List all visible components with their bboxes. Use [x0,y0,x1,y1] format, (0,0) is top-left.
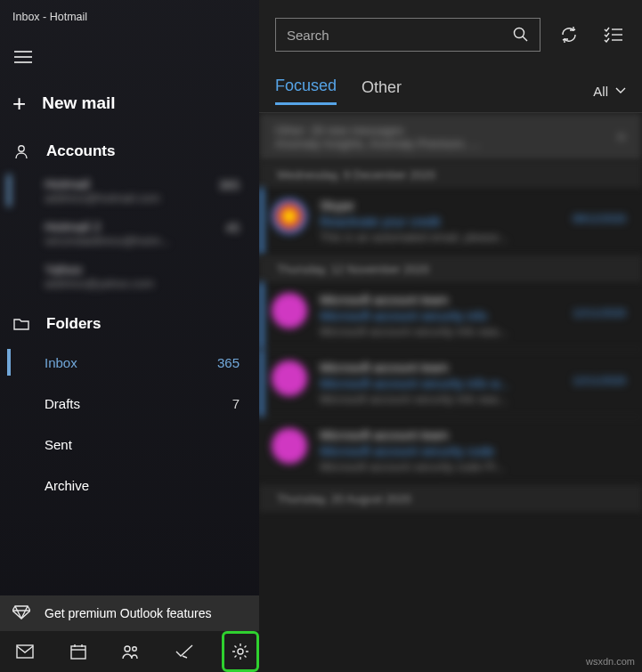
tab-focused[interactable]: Focused [275,77,337,105]
msg-sender: Skype [320,198,560,213]
accounts-header[interactable]: Accounts [0,132,259,169]
msg-preview: This is an automated email, please... [320,231,560,244]
todo-icon [175,644,193,659]
toolbar: Search [259,0,642,69]
folder-drafts[interactable]: Drafts 7 [0,383,259,424]
account-count: 365 [219,178,240,192]
msg-subject: Microsoft account security info [320,309,560,323]
message-item[interactable]: Microsoft account team Microsoft account… [259,282,642,350]
message-item[interactable]: Skype Reactivate your credit This is an … [259,188,642,255]
hamburger-button[interactable] [0,39,50,75]
avatar [272,198,307,234]
folders-header[interactable]: Folders [0,304,259,342]
message-item[interactable]: Microsoft account team Microsoft account… [259,350,642,417]
sync-icon [559,25,579,45]
window-title: Inbox - Hotmail [0,0,259,34]
search-placeholder: Search [287,28,513,43]
avatar [272,428,307,464]
new-mail-button[interactable]: + New mail [0,75,259,132]
svg-rect-4 [17,645,33,658]
msg-date: 09/12/2020 [573,213,626,225]
mail-icon [16,644,34,659]
msg-date: 12/11/2020 [573,375,626,387]
svg-point-10 [133,647,137,652]
sync-button[interactable] [557,22,581,47]
folder-sent[interactable]: Sent [0,424,259,465]
msg-preview: Microsoft account security info was... [320,393,560,406]
date-header: Thursday, 12 November 2020 [259,255,642,282]
select-icon [604,27,623,43]
folders-list: Inbox 365 Drafts 7 Sent Archive [0,342,259,506]
folder-archive[interactable]: Archive [0,465,259,506]
people-app-button[interactable] [116,634,148,669]
diamond-icon [12,605,30,622]
folder-icon [12,317,30,331]
account-item[interactable]: Hotmail address@hotmail.com 365 [0,169,259,212]
msg-preview: Microsoft account security code Pl... [320,460,614,474]
folder-count: 365 [217,355,240,370]
filter-label: All [593,84,608,99]
svg-line-13 [523,36,527,41]
search-icon [513,27,529,43]
close-icon[interactable]: × [616,128,626,147]
tab-other[interactable]: Other [362,78,402,104]
plus-icon: + [12,92,26,115]
banner-line1: Other: 28 new messages [275,124,480,137]
premium-label: Get premium Outlook features [45,606,212,620]
account-count: 45 [225,221,240,235]
todo-app-button[interactable] [168,634,200,669]
message-list[interactable]: Other: 28 new messages Anomaly Insights,… [259,113,642,672]
msg-date: 12/11/2020 [573,307,626,320]
folders-label: Folders [46,315,101,333]
filter-all-dropdown[interactable]: All [593,84,626,99]
msg-subject: Reactivate your credit [320,215,560,229]
account-email: secondaddress@hotm... [45,234,259,247]
account-item[interactable]: Hotmail 2 secondaddress@hotm... 45 [0,212,259,255]
other-banner[interactable]: Other: 28 new messages Anomaly Insights,… [259,113,642,161]
main-pane: Search Focused Other All [259,0,642,672]
watermark: wsxdn.com [586,656,635,667]
tabs: Focused Other All [259,69,642,113]
calendar-icon [70,644,86,660]
msg-sender: Microsoft account team [320,428,614,442]
premium-button[interactable]: Get premium Outlook features [0,595,259,631]
svg-point-9 [125,646,130,652]
account-item[interactable]: Yahoo address@yahoo.com [0,255,259,297]
svg-point-12 [515,28,524,38]
msg-preview: Microsoft account security info was... [320,325,560,338]
person-icon [12,143,30,159]
search-input[interactable]: Search [275,18,540,52]
avatar [272,293,307,328]
folder-count: 7 [232,396,240,411]
account-email: address@hotmail.com [45,191,259,205]
chevron-down-icon [615,87,626,94]
people-icon [121,644,141,660]
folder-name: Inbox [45,355,77,370]
gear-icon [232,643,249,660]
app-window: Inbox - Hotmail + New mail Accounts Hotm… [0,0,642,672]
calendar-app-button[interactable] [62,634,94,669]
msg-sender: Microsoft account team [320,293,560,307]
avatar [272,360,307,396]
date-header: Wednesday, 9 December 2020 [259,161,642,188]
folder-name: Archive [45,478,89,493]
settings-button[interactable] [222,631,259,672]
message-item[interactable]: Microsoft account team Microsoft account… [259,417,642,485]
select-mode-button[interactable] [601,22,626,47]
msg-subject: Microsoft account security code [320,444,614,458]
msg-subject: Microsoft account security info w... [320,376,560,391]
banner-line2: Anomaly Insights, Anomaly Premium, ... [275,137,480,150]
account-name: Yahoo [45,262,259,277]
svg-point-3 [19,146,24,151]
bottom-nav [0,631,259,672]
accounts-list: Hotmail address@hotmail.com 365 Hotmail … [0,169,259,297]
folder-name: Drafts [45,396,80,411]
msg-sender: Microsoft account team [320,360,560,375]
hamburger-icon [14,50,32,64]
svg-rect-5 [71,646,85,659]
mail-app-button[interactable] [9,634,41,669]
new-mail-label: New mail [42,93,115,113]
folder-inbox[interactable]: Inbox 365 [0,342,259,383]
account-email: address@yahoo.com [45,277,259,290]
date-header: Thursday, 20 August 2020 [259,485,642,512]
